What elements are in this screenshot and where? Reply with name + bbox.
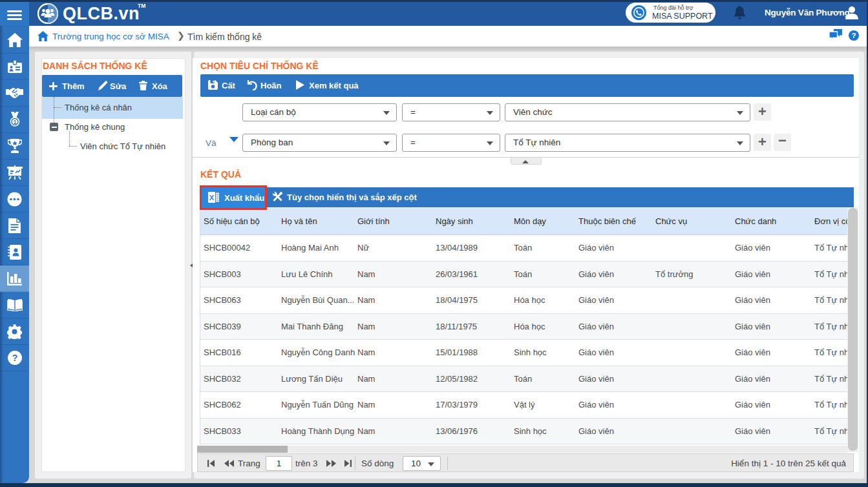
svg-text:X: X: [209, 194, 215, 202]
svg-text:?: ?: [12, 353, 17, 363]
svg-text:?: ?: [851, 32, 856, 39]
svg-text:1: 1: [13, 119, 16, 125]
